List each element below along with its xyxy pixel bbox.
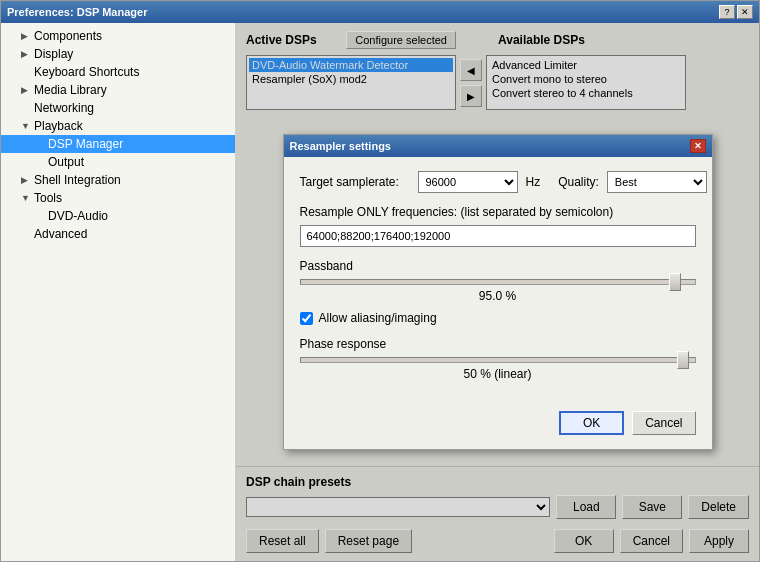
samplerate-select[interactable]: 96000 44100 48000 88200 176400 192000	[418, 171, 518, 193]
phase-track[interactable]	[300, 357, 696, 363]
sidebar-item-advanced[interactable]: Advanced	[1, 225, 235, 243]
close-button[interactable]: ✕	[737, 5, 753, 19]
quality-select[interactable]: Best High Medium Low	[607, 171, 707, 193]
passband-track[interactable]	[300, 279, 696, 285]
phase-value: 50 % (linear)	[300, 367, 696, 381]
main-window: Preferences: DSP Manager ? ✕ ▶ Component…	[0, 0, 760, 562]
sidebar-item-networking[interactable]: Networking	[1, 99, 235, 117]
expander-icon: ▼	[21, 121, 31, 131]
samplerate-row: Target samplerate: 96000 44100 48000 882…	[300, 171, 696, 193]
modal-cancel-button[interactable]: Cancel	[632, 411, 695, 435]
sidebar-item-playback[interactable]: ▼ Playback	[1, 117, 235, 135]
help-button[interactable]: ?	[719, 5, 735, 19]
sidebar-item-media[interactable]: ▶ Media Library	[1, 81, 235, 99]
passband-value: 95.0 %	[300, 289, 696, 303]
resampler-dialog: Resampler settings ✕ Target samplerate: …	[283, 134, 713, 450]
aliasing-row: Allow aliasing/imaging	[300, 311, 696, 325]
resample-label: Resample ONLY frequencies: (list separat…	[300, 205, 696, 219]
expander-icon: ▶	[21, 49, 31, 59]
phase-thumb[interactable]	[677, 351, 689, 369]
sidebar: ▶ Components ▶ Display Keyboard Shortcut…	[1, 23, 236, 561]
passband-label: Passband	[300, 259, 696, 273]
aliasing-checkbox[interactable]	[300, 312, 313, 325]
main-panel: Active DSPs Configure selected Available…	[236, 23, 759, 561]
sidebar-label: Networking	[34, 101, 94, 115]
phase-section: Phase response 50 % (linear)	[300, 337, 696, 381]
sidebar-label: Output	[48, 155, 84, 169]
modal-title: Resampler settings	[290, 140, 391, 152]
expander-icon: ▶	[21, 31, 31, 41]
sidebar-item-keyboard[interactable]: Keyboard Shortcuts	[1, 63, 235, 81]
sidebar-label: DVD-Audio	[48, 209, 108, 223]
sidebar-item-dsp-manager[interactable]: DSP Manager	[1, 135, 235, 153]
hz-label: Hz	[526, 175, 541, 189]
sidebar-label: Playback	[34, 119, 83, 133]
modal-ok-button[interactable]: OK	[559, 411, 624, 435]
modal-close-button[interactable]: ✕	[690, 139, 706, 153]
sidebar-item-output[interactable]: Output	[1, 153, 235, 171]
content-area: ▶ Components ▶ Display Keyboard Shortcut…	[1, 23, 759, 561]
sidebar-item-display[interactable]: ▶ Display	[1, 45, 235, 63]
sidebar-label: Media Library	[34, 83, 107, 97]
phase-label: Phase response	[300, 337, 696, 351]
modal-footer: OK Cancel	[284, 403, 712, 449]
modal-overlay: Resampler settings ✕ Target samplerate: …	[236, 23, 759, 561]
resample-freq-section: Resample ONLY frequencies: (list separat…	[300, 205, 696, 247]
title-bar-controls: ? ✕	[719, 5, 753, 19]
expander-icon: ▶	[21, 175, 31, 185]
sidebar-label: Shell Integration	[34, 173, 121, 187]
expander-icon: ▶	[21, 85, 31, 95]
sidebar-label: Keyboard Shortcuts	[34, 65, 139, 79]
sidebar-label: DSP Manager	[48, 137, 123, 151]
sidebar-label: Display	[34, 47, 73, 61]
sidebar-label: Components	[34, 29, 102, 43]
samplerate-label: Target samplerate:	[300, 175, 410, 189]
sidebar-item-dvd-audio[interactable]: DVD-Audio	[1, 207, 235, 225]
sidebar-item-shell[interactable]: ▶ Shell Integration	[1, 171, 235, 189]
sidebar-label: Advanced	[34, 227, 87, 241]
quality-label: Quality:	[558, 175, 599, 189]
resample-frequencies-input[interactable]	[300, 225, 696, 247]
passband-thumb[interactable]	[669, 273, 681, 291]
passband-section: Passband 95.0 %	[300, 259, 696, 303]
aliasing-label: Allow aliasing/imaging	[319, 311, 437, 325]
window-title: Preferences: DSP Manager	[7, 6, 147, 18]
sidebar-item-components[interactable]: ▶ Components	[1, 27, 235, 45]
sidebar-item-tools[interactable]: ▼ Tools	[1, 189, 235, 207]
title-bar: Preferences: DSP Manager ? ✕	[1, 1, 759, 23]
sidebar-label: Tools	[34, 191, 62, 205]
modal-title-bar: Resampler settings ✕	[284, 135, 712, 157]
expander-icon: ▼	[21, 193, 31, 203]
modal-content: Target samplerate: 96000 44100 48000 882…	[284, 157, 712, 403]
